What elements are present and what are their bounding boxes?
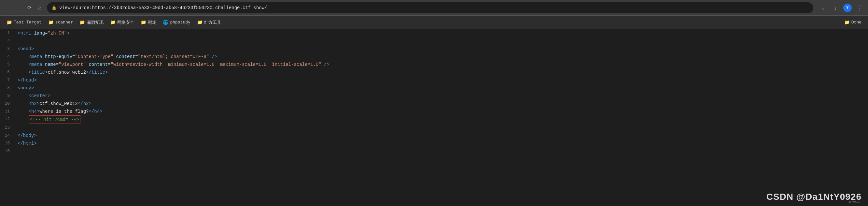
line-number: 10 xyxy=(0,100,15,108)
source-line-13: 13 xyxy=(0,124,868,132)
line-content: <meta http-equiv="Content-Type" content=… xyxy=(15,53,868,61)
bookmark-label: phpstudy xyxy=(170,20,190,25)
bookmark-label: scanner xyxy=(55,20,73,25)
source-line-12: 12 <!-- hit:?cmd= --> xyxy=(0,115,868,124)
bookmark-redtools[interactable]: 📁 红方工具 xyxy=(194,18,224,27)
line-content: <body> xyxy=(15,84,868,92)
source-line-2: 2 xyxy=(0,37,868,45)
forward-button[interactable]: → xyxy=(14,3,24,12)
browser-toolbar: ← → ⟳ ⌂ 🔒 ☆ ⇓ ? ⋮ xyxy=(0,0,868,16)
source-viewer: 1 <html lang="zh-CN"> 2 3 <head> 4 <meta… xyxy=(0,29,868,206)
bookmark-scanner[interactable]: 📁 scanner xyxy=(45,18,76,26)
line-number: 14 xyxy=(0,132,15,140)
back-button[interactable]: ← xyxy=(4,3,13,12)
line-number: 11 xyxy=(0,108,15,115)
line-number: 8 xyxy=(0,84,15,92)
line-number: 2 xyxy=(0,37,15,45)
bookmark-test-target[interactable]: 📁 Test Target xyxy=(4,18,44,26)
line-content: <head> xyxy=(15,45,868,53)
line-number: 5 xyxy=(0,61,15,68)
line-number: 1 xyxy=(0,29,15,37)
folder-icon: 📁 xyxy=(197,20,203,25)
bookmark-star-icon[interactable]: ☆ xyxy=(818,3,828,12)
bookmark-network[interactable]: 📁 网络安全 xyxy=(107,18,137,27)
address-bar-container: 🔒 xyxy=(47,2,813,13)
folder-icon: 📁 xyxy=(80,20,85,25)
address-bar[interactable] xyxy=(59,5,809,10)
line-content: <html lang="zh-CN"> xyxy=(15,29,868,37)
folder-icon: 📁 xyxy=(844,20,850,25)
bookmark-label: 红方工具 xyxy=(204,20,221,25)
line-content: <!-- hit:?cmd= --> xyxy=(15,115,868,124)
line-content: </body> xyxy=(15,132,868,140)
line-number: 3 xyxy=(0,45,15,53)
line-number: 13 xyxy=(0,124,15,132)
bookmark-other[interactable]: 📁 Othe xyxy=(842,18,864,26)
download-icon[interactable]: ⇓ xyxy=(831,3,840,12)
line-content: </html> xyxy=(15,140,868,147)
bookmark-label: 网络安全 xyxy=(117,20,134,25)
line-content: </head> xyxy=(15,76,868,84)
line-number: 7 xyxy=(0,76,15,84)
line-content: <meta name="viewport" content="width=dev… xyxy=(15,61,868,68)
line-content: <center> xyxy=(15,92,868,100)
reload-button[interactable]: ⟳ xyxy=(25,3,34,12)
folder-icon: 📁 xyxy=(48,20,54,25)
line-number: 9 xyxy=(0,92,15,100)
bookmark-label: Othe xyxy=(851,20,862,25)
bookmark-label: Test Target xyxy=(14,20,42,25)
source-line-7: 7 </head> xyxy=(0,76,868,84)
source-line-16: 16 xyxy=(0,147,868,155)
browser-chrome: ← → ⟳ ⌂ 🔒 ☆ ⇓ ? ⋮ 📁 Test Target 📁 scanne… xyxy=(0,0,868,29)
bookmark-label: 靶场 xyxy=(148,20,156,25)
line-content: <title>ctf.show_web12</title> xyxy=(15,68,868,76)
bookmarks-right: 📁 Othe xyxy=(842,18,864,26)
bookmarks-bar: 📁 Test Target 📁 scanner 📁 漏洞复现 📁 网络安全 📁 … xyxy=(0,16,868,29)
line-number: 15 xyxy=(0,140,15,147)
source-line-11: 11 <h4>where is the flag?</h4> xyxy=(0,108,868,115)
bookmark-vuln[interactable]: 📁 漏洞复现 xyxy=(77,18,106,27)
source-line-9: 9 <center> xyxy=(0,92,868,100)
line-content: <h2>ctf.show_web12</h2> xyxy=(15,100,868,108)
source-line-6: 6 <title>ctf.show_web12</title> xyxy=(0,68,868,76)
folder-icon: 📁 xyxy=(110,20,116,25)
line-content: <h4>where is the flag?</h4> xyxy=(15,108,868,115)
folder-icon: 📁 xyxy=(6,20,12,25)
source-line-8: 8 <body> xyxy=(0,84,868,92)
menu-icon[interactable]: ⋮ xyxy=(855,3,864,12)
lock-icon: 🔒 xyxy=(52,5,57,10)
home-button[interactable]: ⌂ xyxy=(35,3,44,12)
globe-icon: 🌐 xyxy=(163,20,168,25)
profile-icon[interactable]: ? xyxy=(843,4,852,12)
bookmark-phpstudy[interactable]: 🌐 phpstudy xyxy=(160,18,193,26)
toolbar-right: ☆ ⇓ ? ⋮ xyxy=(818,3,864,12)
source-line-3: 3 <head> xyxy=(0,45,868,53)
line-number: 16 xyxy=(0,147,15,155)
source-line-10: 10 <h2>ctf.show_web12</h2> xyxy=(0,100,868,108)
line-number: 12 xyxy=(0,115,15,123)
folder-icon: 📁 xyxy=(141,20,146,25)
source-line-14: 14 </body> xyxy=(0,132,868,140)
line-number: 6 xyxy=(0,68,15,76)
source-line-15: 15 </html> xyxy=(0,140,868,147)
bookmark-range[interactable]: 📁 靶场 xyxy=(138,18,159,27)
source-line-1: 1 <html lang="zh-CN"> xyxy=(0,29,868,37)
bookmark-label: 漏洞复现 xyxy=(87,20,103,25)
source-line-5: 5 <meta name="viewport" content="width=d… xyxy=(0,61,868,68)
nav-buttons: ← → ⟳ ⌂ xyxy=(4,3,44,12)
source-line-4: 4 <meta http-equiv="Content-Type" conten… xyxy=(0,53,868,61)
line-number: 4 xyxy=(0,53,15,61)
